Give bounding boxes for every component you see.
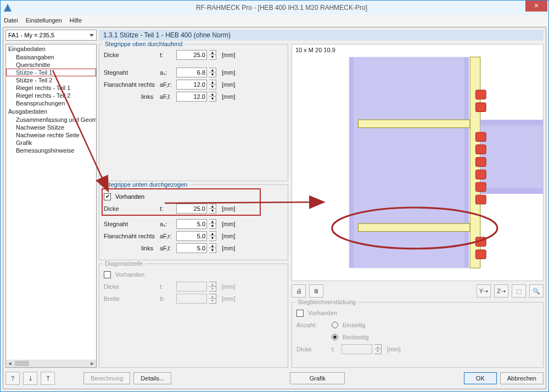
section-title: 1.3.1 Stütze - Teil 1 - HEB 400 (ohne No… xyxy=(99,30,544,41)
nav-bemessung[interactable]: Bemessungshinweise xyxy=(6,147,96,154)
svg-rect-11 xyxy=(475,158,486,167)
scroll-thumb[interactable] xyxy=(15,361,29,366)
nav-querschnitte[interactable]: Querschnitte xyxy=(6,61,96,69)
nav-zusammenfassung[interactable]: Zusammenfassung und Geometrie xyxy=(6,116,96,124)
scroll-right-icon[interactable]: ► xyxy=(88,361,96,366)
import-button[interactable]: ⤒ xyxy=(41,372,55,385)
sym-afr: aF,r: xyxy=(160,81,174,88)
scroll-left-icon[interactable]: ◄ xyxy=(6,361,14,366)
unit: [mm] xyxy=(222,81,235,88)
spinner[interactable]: ▲▼ xyxy=(209,68,216,77)
nav-group-input: Eingabedaten xyxy=(6,44,96,53)
legend-diag: Diagonalsteife xyxy=(103,260,145,267)
details-button[interactable]: Details... xyxy=(133,372,171,384)
svg-rect-1 xyxy=(354,57,464,268)
view-y-button[interactable]: Y⇢ xyxy=(477,284,491,298)
radio-beidseitig xyxy=(332,334,338,340)
view-iso-button[interactable]: ⬚ xyxy=(512,284,526,298)
input-breite-diag xyxy=(176,294,207,304)
bottom-bar: ? ⤓ ⤒ Berechnung Details... Grafik OK Ab… xyxy=(5,370,544,387)
checkbox-vorhanden-diag[interactable] xyxy=(104,271,111,278)
nav-grafik[interactable]: Grafik xyxy=(6,139,96,147)
input-stegnaht-oben[interactable] xyxy=(176,68,207,77)
grafik-button[interactable]: Grafik xyxy=(290,372,345,384)
group-stegrippe-unten: Stegrippe unten durchgezogen ✔ Vorhanden… xyxy=(99,184,288,260)
berechnung-button[interactable]: Berechnung xyxy=(83,372,130,384)
group-stegblech: Stegblechverstärkung Vorhanden Anzahl: E… xyxy=(292,302,544,368)
menu-einstellungen[interactable]: Einstellungen xyxy=(26,17,62,24)
input-flansch-rechts-oben[interactable] xyxy=(176,80,207,89)
print-list-button[interactable]: 🗎 xyxy=(309,284,323,298)
nav-riegel-rechts2[interactable]: Riegel rechts - Teil 2 xyxy=(6,92,96,99)
lbl-beidseitig: Beidseitig xyxy=(343,334,369,340)
help-button[interactable]: ? xyxy=(5,372,20,385)
spinner[interactable]: ▲▼ xyxy=(209,80,216,89)
zoom-button[interactable]: 🔍 xyxy=(529,284,544,298)
view-z-button[interactable]: Z⇢ xyxy=(494,284,508,298)
input-flansch-rechts-unten[interactable] xyxy=(176,231,207,241)
radio-einseitig xyxy=(332,322,338,328)
loadcase-value: FA1 - My = 235,5 xyxy=(8,32,54,38)
app-icon xyxy=(4,4,12,12)
input-flansch-links-unten[interactable] xyxy=(176,243,207,253)
graphics-viewer[interactable]: 10 x M 20 10.9 xyxy=(292,44,544,281)
menu-datei[interactable]: Datei xyxy=(4,17,18,24)
legend-unten: Stegrippe unten durchgezogen xyxy=(103,181,189,188)
spinner[interactable]: ▲▼ xyxy=(209,92,216,102)
nav-nachweise-rechts[interactable]: Nachweise rechte Seite xyxy=(6,131,96,139)
menubar: Datei Einstellungen Hilfe xyxy=(1,15,548,26)
spinner: ▲▼ xyxy=(374,344,382,354)
close-button[interactable]: × xyxy=(525,1,547,12)
lbl-flansch-rechts: Flanschnaht rechts xyxy=(104,233,158,239)
svg-rect-7 xyxy=(475,90,486,99)
nav-riegel-rechts1[interactable]: Riegel rechts - Teil 1 xyxy=(6,84,96,92)
spinner: ▲▼ xyxy=(209,282,216,292)
lbl-dicke: Dicke xyxy=(296,346,329,352)
unit: [mm] xyxy=(222,69,235,76)
spinner[interactable]: ▲▼ xyxy=(209,219,216,229)
svg-rect-9 xyxy=(475,132,486,142)
spinner[interactable]: ▲▼ xyxy=(209,243,216,253)
viewer-toolbar: 🖨 🗎 Y⇢ Z⇢ ⬚ 🔍 xyxy=(292,284,544,299)
input-dicke-oben[interactable] xyxy=(176,50,207,60)
nav-basisangaben[interactable]: Basisangaben xyxy=(6,53,96,61)
unit: [mm] xyxy=(222,93,235,100)
nav-stuetze-teil1[interactable]: Stütze - Teil 1 xyxy=(6,69,96,76)
export-button[interactable]: ⤓ xyxy=(23,372,37,385)
unit: [mm] xyxy=(222,52,235,58)
ok-button[interactable]: OK xyxy=(464,372,497,384)
nav-beanspruchungen[interactable]: Beanspruchungen xyxy=(6,99,96,107)
svg-rect-12 xyxy=(475,170,486,180)
menu-hilfe[interactable]: Hilfe xyxy=(70,17,82,24)
sym-afl: aF,l: xyxy=(160,245,174,251)
spinner[interactable]: ▲▼ xyxy=(209,231,216,241)
print-button[interactable]: 🖨 xyxy=(292,284,306,298)
unit: [mm] xyxy=(222,233,235,239)
sym-afl: aF,l: xyxy=(160,93,174,100)
unit: [mm] xyxy=(222,295,235,302)
nav-group-output: Ausgabedaten xyxy=(6,107,96,116)
spinner[interactable]: ▲▼ xyxy=(209,50,216,60)
highlight-box xyxy=(102,188,261,216)
sym-afr: aF,r: xyxy=(160,233,174,239)
nav-stuetze-teil2[interactable]: Stütze - Teil 2 xyxy=(6,76,96,84)
window-title: RF-RAHMECK Pro - [HEB 400 IH3.1 M20 RAHM… xyxy=(15,4,548,12)
lbl-vorhanden: Vorhanden xyxy=(115,271,144,278)
connection-drawing xyxy=(292,44,543,281)
input-flansch-links-oben[interactable] xyxy=(176,92,207,102)
nav-scrollbar[interactable]: ◄ ► xyxy=(6,360,96,367)
group-diagonalsteife: Diagonalsteife Vorhanden Dicke t: ▲▼ [mm… xyxy=(99,264,288,368)
lbl-einseitig: Einseitig xyxy=(343,322,366,328)
lbl-anzahl: Anzahl: xyxy=(296,322,329,328)
navigation-tree[interactable]: Eingabedaten Basisangaben Querschnitte S… xyxy=(5,44,97,368)
checkbox-vorhanden-stegblech[interactable] xyxy=(296,310,304,317)
sym-t: t: xyxy=(160,283,174,290)
nav-nachweise-stuetze[interactable]: Nachweise Stütze xyxy=(6,124,96,131)
svg-rect-14 xyxy=(475,195,486,204)
loadcase-combo[interactable]: FA1 - My = 235,5 xyxy=(5,30,97,41)
lbl-stegnaht: Stegnaht xyxy=(104,69,158,76)
svg-rect-4 xyxy=(480,125,543,188)
lbl-breite: Breite xyxy=(104,295,158,302)
abbrechen-button[interactable]: Abbrechen xyxy=(500,372,544,384)
input-stegnaht-unten[interactable] xyxy=(176,219,207,229)
